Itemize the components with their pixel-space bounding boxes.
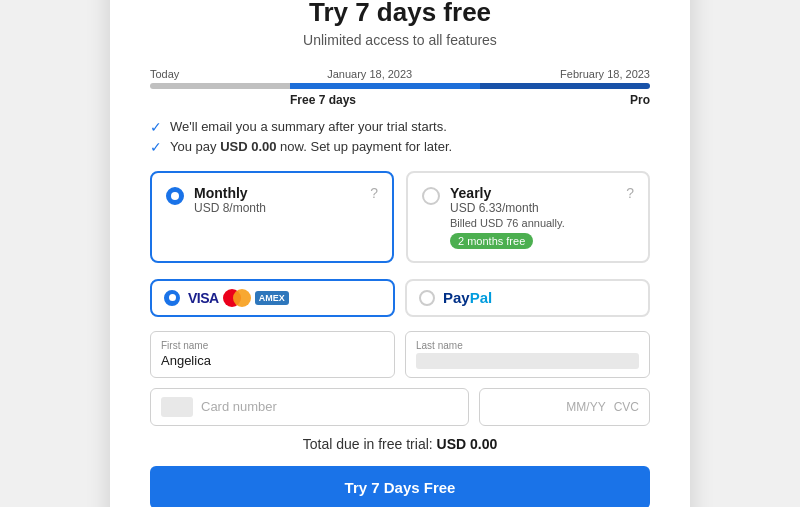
plan-help-yearly[interactable]: ? — [626, 185, 634, 201]
plan-radio-yearly — [422, 187, 440, 205]
plan-card-yearly[interactable]: Yearly USD 6.33/month Billed USD 76 annu… — [406, 171, 650, 263]
amex-icon: AMEX — [255, 291, 289, 305]
timeline-seg-blue — [290, 83, 480, 89]
plan-radio-inner-monthly — [171, 192, 179, 200]
modal-container: Need more seats? Check the Team plan × T… — [110, 0, 690, 507]
benefit-item-2: ✓ You pay USD 0.00 now. Set up payment f… — [150, 139, 650, 155]
card-number-field[interactable]: Card number — [150, 388, 469, 426]
plan-price-yearly: USD 6.33/month — [450, 201, 616, 215]
cvc-placeholder: CVC — [614, 400, 639, 414]
first-name-label: First name — [161, 340, 384, 351]
timeline-label-jan: January 18, 2023 — [327, 68, 412, 80]
first-name-value: Angelica — [161, 353, 384, 368]
timeline-seg-darkblue — [480, 83, 650, 89]
plan-billed-yearly: Billed USD 76 annually. — [450, 217, 616, 229]
last-name-value — [416, 353, 639, 369]
timeline-labels-row: Today January 18, 2023 February 18, 2023 — [150, 68, 650, 80]
plan-badge-yearly: 2 months free — [450, 233, 533, 249]
benefit-item-1: ✓ We'll email you a summary after your t… — [150, 119, 650, 135]
plan-name-yearly: Yearly — [450, 185, 616, 201]
plan-help-monthly[interactable]: ? — [370, 185, 378, 201]
payment-method-card[interactable]: VISA AMEX — [150, 279, 395, 317]
plan-selection: Monthly USD 8/month ? Yearly USD 6.33/mo… — [150, 171, 650, 263]
payment-radio-card — [164, 290, 180, 306]
expiry-placeholder: MM/YY — [566, 400, 605, 414]
plan-card-monthly[interactable]: Monthly USD 8/month ? — [150, 171, 394, 263]
total-label: Total due in free trial: — [303, 436, 433, 452]
benefit-text-2: You pay USD 0.00 now. Set up payment for… — [170, 139, 452, 154]
total-line: Total due in free trial: USD 0.00 — [150, 436, 650, 452]
check-icon-2: ✓ — [150, 139, 162, 155]
card-icon — [161, 397, 193, 417]
benefits-list: ✓ We'll email you a summary after your t… — [150, 119, 650, 155]
paypal-icon: PayPal — [443, 289, 492, 307]
plan-info-monthly: Monthly USD 8/month — [194, 185, 360, 215]
timeline-seg-gray — [150, 83, 290, 89]
plan-price-monthly: USD 8/month — [194, 201, 360, 215]
modal-subtitle: Unlimited access to all features — [150, 32, 650, 48]
card-number-label: Card number — [201, 399, 277, 414]
plan-info-yearly: Yearly USD 6.33/month Billed USD 76 annu… — [450, 185, 616, 249]
timeline-seg-label-free: Free 7 days — [290, 93, 356, 107]
plan-name-monthly: Monthly — [194, 185, 360, 201]
last-name-field[interactable]: Last name — [405, 331, 650, 378]
total-amount: USD 0.00 — [437, 436, 498, 452]
timeline-segment-labels: Free 7 days Pro — [150, 93, 650, 107]
timeline-label-feb: February 18, 2023 — [560, 68, 650, 80]
payment-methods: VISA AMEX PayPal — [150, 279, 650, 317]
card-icons: VISA AMEX — [188, 289, 289, 307]
card-fields-row: Card number MM/YY CVC — [150, 388, 650, 426]
timeline-seg-label-pro: Pro — [630, 93, 650, 107]
name-fields-row: First name Angelica Last name — [150, 331, 650, 378]
plan-radio-monthly — [166, 187, 184, 205]
visa-icon: VISA — [188, 290, 219, 306]
timeline-bar — [150, 83, 650, 89]
timeline-label-today: Today — [150, 68, 179, 80]
timeline: Today January 18, 2023 February 18, 2023… — [150, 68, 650, 107]
check-icon-1: ✓ — [150, 119, 162, 135]
benefit-text-1: We'll email you a summary after your tri… — [170, 119, 447, 134]
last-name-label: Last name — [416, 340, 639, 351]
mc-orange-circle — [233, 289, 251, 307]
payment-radio-inner-card — [169, 294, 176, 301]
payment-radio-paypal — [419, 290, 435, 306]
first-name-field[interactable]: First name Angelica — [150, 331, 395, 378]
cta-button[interactable]: Try 7 Days Free — [150, 466, 650, 508]
mastercard-icon — [223, 289, 251, 307]
modal-title: Try 7 days free — [150, 0, 650, 28]
expiry-cvc-field[interactable]: MM/YY CVC — [479, 388, 650, 426]
modal-body: Try 7 days free Unlimited access to all … — [110, 0, 690, 507]
payment-method-paypal[interactable]: PayPal — [405, 279, 650, 317]
